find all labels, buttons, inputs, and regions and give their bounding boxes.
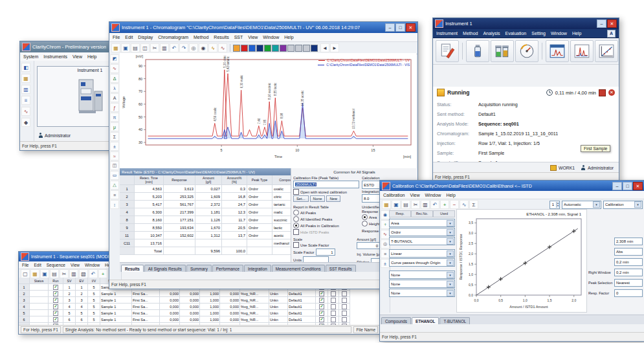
result-table-row[interactable]: 98,550193,6341,67020,5Ordnrlactic [120, 224, 291, 232]
curve-icon[interactable]: ∿ [381, 230, 390, 239]
menu-item-help[interactable]: Help [446, 193, 455, 197]
split-icon[interactable]: ◫ [110, 161, 119, 170]
menu-item-window[interactable]: Window [263, 35, 279, 39]
run-checkbox[interactable]: ✓ [53, 298, 58, 303]
result-table-row[interactable]: 88,160177,1511,12611,7Ordnrsuccinic [120, 216, 291, 224]
compound-setting-select[interactable]: Ordnr▾ [389, 228, 455, 236]
peak-icon[interactable]: △ [110, 181, 119, 190]
maximize-icon[interactable]: □ [395, 23, 405, 32]
new-icon[interactable]: ▢ [21, 269, 30, 278]
smooth-icon[interactable]: ≈ [110, 151, 119, 160]
grid-header[interactable]: Resp. [389, 210, 411, 217]
copy-icon[interactable]: ▥ [69, 269, 78, 278]
overlay-color-1[interactable] [233, 45, 240, 52]
menu-item-evaluation[interactable]: Evaluation [505, 31, 527, 36]
zoom-icon[interactable]: ◎ [189, 43, 198, 52]
menu-item-results[interactable]: Results [214, 35, 228, 39]
radio-area[interactable] [362, 214, 368, 220]
menu-item-window[interactable]: Window [551, 31, 567, 36]
radio-all-identified-peaks[interactable] [293, 216, 299, 222]
close-icon[interactable]: ✕ [607, 19, 617, 28]
menu-item-sequence[interactable]: Sequence [47, 263, 65, 267]
tab-sst-results[interactable]: SST Results [326, 265, 356, 272]
new-button[interactable]: New [326, 195, 340, 202]
unzoom-icon[interactable]: ◉ [199, 43, 208, 52]
data-icon[interactable]: ∿ [21, 107, 30, 116]
close-icon[interactable]: ✕ [633, 182, 643, 190]
result-table-row[interactable]: C1113,716methanol [120, 239, 291, 247]
overlay-color-5[interactable] [264, 45, 271, 52]
sequence-column-header[interactable]: Run [49, 278, 63, 284]
option-checkbox[interactable] [331, 291, 336, 296]
open-icon[interactable]: ▦ [382, 200, 391, 209]
option-checkbox[interactable] [342, 311, 347, 316]
option-checkbox[interactable] [342, 298, 347, 303]
menu-item-chromatogram[interactable]: Chromatogram [158, 35, 188, 39]
method-setup-icon[interactable] [436, 40, 459, 62]
result-column-header[interactable] [120, 175, 135, 185]
single-analysis-icon[interactable] [546, 40, 569, 62]
annotation-icon[interactable]: A [110, 93, 119, 102]
delta-icon[interactable]: Δ [110, 74, 119, 83]
option-checkbox[interactable] [342, 291, 347, 296]
cut-icon[interactable]: ✂ [411, 200, 420, 209]
menu-item-sst[interactable]: SST [234, 35, 243, 39]
compound-setting-select[interactable]: None▾ [389, 280, 455, 288]
overlay-color-10[interactable] [303, 45, 310, 52]
sequence-column-header[interactable]: SV [63, 278, 76, 284]
minimize-icon[interactable]: – [385, 23, 395, 32]
use-scale-checkbox[interactable] [293, 242, 299, 248]
compound-setting-select[interactable]: T-BUTANOL▾ [389, 237, 455, 245]
sequence-row[interactable]: 5✓555Sample 1First Sa...0,0000,0001,0000… [19, 310, 380, 316]
overlay-color-8[interactable] [287, 45, 294, 52]
menu-item-edit[interactable]: Edit [34, 263, 41, 267]
tab-measurement-conditions[interactable]: Measurement Conditions [272, 265, 325, 272]
tab-integration[interactable]: Integration [244, 265, 271, 272]
result-column-header[interactable]: Peak Type [247, 175, 272, 185]
fit-icon[interactable]: ↕ [110, 200, 119, 209]
scale-icon[interactable]: ± [110, 142, 119, 151]
maximize-icon[interactable]: □ [623, 182, 632, 190]
menu-item-window[interactable]: Window [425, 193, 441, 197]
option-checkbox[interactable]: ✓ [319, 311, 324, 316]
manual-injection-icon[interactable] [466, 40, 489, 62]
instrument-icon[interactable]: ◧ [21, 63, 30, 72]
sequence-column-header[interactable]: I/V [88, 278, 100, 284]
menu-item-view[interactable]: View [410, 193, 419, 197]
copy-icon[interactable]: ▥ [160, 43, 169, 52]
menu-item-instruments[interactable]: Instruments [43, 54, 67, 59]
minimize-icon[interactable]: – [597, 19, 606, 28]
tab-compounds[interactable]: Compounds [381, 317, 411, 324]
option-checkbox[interactable] [331, 298, 336, 303]
run-checkbox[interactable]: ✓ [53, 291, 58, 296]
tab-performance[interactable]: Performance [212, 265, 243, 272]
result-table[interactable]: Reten. Time[min]ResponseAmount[g/l]Amoun… [120, 175, 291, 263]
tab-all-signals-results[interactable]: All Signals Results [144, 265, 186, 272]
run-checkbox[interactable]: ✓ [53, 317, 58, 322]
field-value[interactable]: 0,2 min [614, 258, 643, 266]
save-icon[interactable]: ▣ [40, 269, 49, 278]
option-checkbox[interactable]: ✓ [319, 317, 324, 322]
menu-item-view[interactable]: View [248, 35, 258, 39]
integration-icon[interactable]: ∿ [218, 43, 227, 52]
abort-icon[interactable]: ✕ [608, 89, 615, 96]
menu-item-system[interactable]: System [23, 54, 38, 59]
menu-item-method[interactable]: Method [194, 35, 208, 39]
overlay-color-6[interactable] [272, 45, 279, 52]
overlay-color-9[interactable] [295, 45, 302, 52]
tab-t-butanol[interactable]: T-BUTANOL [439, 317, 470, 324]
compound-setting-select[interactable]: Linear▾ [389, 249, 455, 258]
result-column-header[interactable]: Reten. Time[min] [135, 175, 164, 185]
grid-icon[interactable]: ≡ [110, 190, 119, 199]
sequence-column-header[interactable]: EV [76, 278, 88, 284]
field-value[interactable]: Abs [614, 248, 643, 256]
baseline-icon[interactable]: ▭ [110, 171, 119, 180]
result-column-header[interactable]: Amount[g/l] [195, 175, 222, 185]
sequence-row[interactable]: 6✓665Sample 1First Sa...0,0000,0001,0000… [19, 316, 380, 323]
field-value[interactable]: 2,308 min [614, 238, 643, 245]
run-checkbox[interactable]: ✓ [53, 304, 58, 309]
sum-icon[interactable]: Σ [110, 132, 119, 141]
spin-down-icon[interactable]: ▾ [557, 205, 559, 208]
redo-icon[interactable]: ↷ [179, 43, 188, 52]
radio-all-peaks-in-calibration[interactable] [293, 223, 299, 228]
